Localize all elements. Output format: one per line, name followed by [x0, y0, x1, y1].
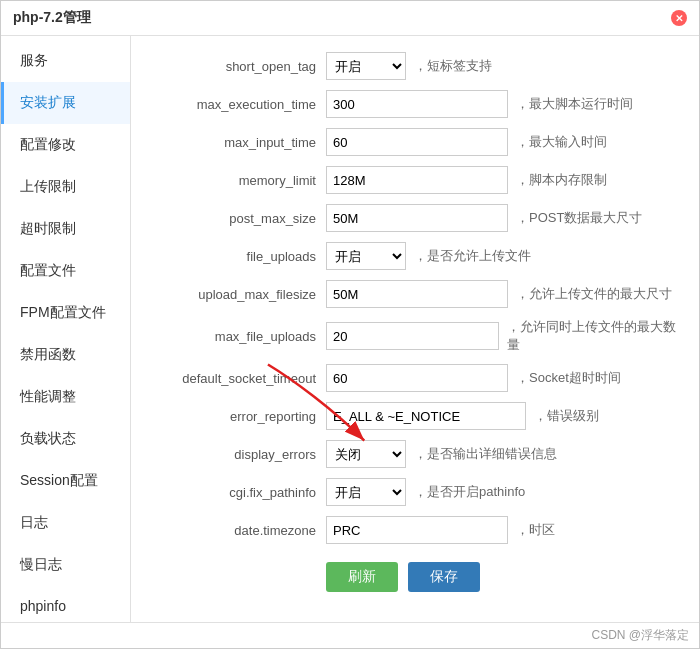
- form-label-upload_max_filesize: upload_max_filesize: [151, 287, 326, 302]
- sidebar-item-upload-limit[interactable]: 上传限制: [1, 166, 130, 208]
- sidebar-item-config-modify[interactable]: 配置修改: [1, 124, 130, 166]
- form-desc-date_timezone: ，时区: [516, 521, 555, 539]
- form-desc-max_execution_time: ，最大脚本运行时间: [516, 95, 633, 113]
- form-label-memory_limit: memory_limit: [151, 173, 326, 188]
- form-select-short_open_tag[interactable]: 开启关闭: [326, 52, 406, 80]
- form-row-post_max_size: post_max_size，POST数据最大尺寸: [151, 204, 679, 232]
- form-label-max_execution_time: max_execution_time: [151, 97, 326, 112]
- form-label-display_errors: display_errors: [151, 447, 326, 462]
- form-desc-upload_max_filesize: ，允许上传文件的最大尺寸: [516, 285, 672, 303]
- sidebar-item-log[interactable]: 日志: [1, 502, 130, 544]
- form-desc-max_input_time: ，最大输入时间: [516, 133, 607, 151]
- form-desc-short_open_tag: ，短标签支持: [414, 57, 492, 75]
- form-desc-error_reporting: ，错误级别: [534, 407, 599, 425]
- form-label-cgi_fix_pathinfo: cgi.fix_pathinfo: [151, 485, 326, 500]
- form-row-short_open_tag: short_open_tag开启关闭，短标签支持: [151, 52, 679, 80]
- form-label-short_open_tag: short_open_tag: [151, 59, 326, 74]
- footer: CSDN @浮华落定: [1, 622, 699, 648]
- sidebar-item-timeout-limit[interactable]: 超时限制: [1, 208, 130, 250]
- content-area: 服务安装扩展配置修改上传限制超时限制配置文件FPM配置文件禁用函数性能调整负载状…: [1, 36, 699, 622]
- sidebar-item-slow-log[interactable]: 慢日志: [1, 544, 130, 586]
- form-row-max_input_time: max_input_time，最大输入时间: [151, 128, 679, 156]
- form-desc-memory_limit: ，脚本内存限制: [516, 171, 607, 189]
- sidebar-item-disabled-func[interactable]: 禁用函数: [1, 334, 130, 376]
- form-row-default_socket_timeout: default_socket_timeout，Socket超时时间: [151, 364, 679, 392]
- form-label-max_file_uploads: max_file_uploads: [151, 329, 326, 344]
- form-row-max_execution_time: max_execution_time，最大脚本运行时间: [151, 90, 679, 118]
- form-input-memory_limit[interactable]: [326, 166, 508, 194]
- form-label-date_timezone: date.timezone: [151, 523, 326, 538]
- form-row-display_errors: display_errors开启关闭，是否输出详细错误信息: [151, 440, 679, 468]
- form-label-post_max_size: post_max_size: [151, 211, 326, 226]
- form-row-file_uploads: file_uploads开启关闭，是否允许上传文件: [151, 242, 679, 270]
- form-input-max_execution_time[interactable]: [326, 90, 508, 118]
- form-input-error_reporting[interactable]: [326, 402, 526, 430]
- form-label-default_socket_timeout: default_socket_timeout: [151, 371, 326, 386]
- sidebar-item-session-config[interactable]: Session配置: [1, 460, 130, 502]
- form-label-file_uploads: file_uploads: [151, 249, 326, 264]
- form-input-default_socket_timeout[interactable]: [326, 364, 508, 392]
- main-window: php-7.2管理 ✕ 服务安装扩展配置修改上传限制超时限制配置文件FPM配置文…: [0, 0, 700, 649]
- form-desc-max_file_uploads: ，允许同时上传文件的最大数量: [507, 318, 679, 354]
- form-desc-file_uploads: ，是否允许上传文件: [414, 247, 531, 265]
- form-row-error_reporting: error_reporting，错误级别: [151, 402, 679, 430]
- sidebar-item-service[interactable]: 服务: [1, 40, 130, 82]
- form-desc-cgi_fix_pathinfo: ，是否开启pathinfo: [414, 483, 525, 501]
- form-desc-default_socket_timeout: ，Socket超时时间: [516, 369, 621, 387]
- form-input-date_timezone[interactable]: [326, 516, 508, 544]
- sidebar-item-fpm-config[interactable]: FPM配置文件: [1, 292, 130, 334]
- form-desc-post_max_size: ，POST数据最大尺寸: [516, 209, 642, 227]
- form-row-cgi_fix_pathinfo: cgi.fix_pathinfo开启关闭，是否开启pathinfo: [151, 478, 679, 506]
- refresh-button[interactable]: 刷新: [326, 562, 398, 592]
- form-row-memory_limit: memory_limit，脚本内存限制: [151, 166, 679, 194]
- form-input-max_file_uploads[interactable]: [326, 322, 499, 350]
- sidebar: 服务安装扩展配置修改上传限制超时限制配置文件FPM配置文件禁用函数性能调整负载状…: [1, 36, 131, 622]
- form-select-file_uploads[interactable]: 开启关闭: [326, 242, 406, 270]
- button-group: 刷新 保存: [326, 562, 679, 592]
- sidebar-item-install-ext[interactable]: 安装扩展: [1, 82, 130, 124]
- form-input-max_input_time[interactable]: [326, 128, 508, 156]
- window-title: php-7.2管理: [13, 9, 91, 27]
- form-select-display_errors[interactable]: 开启关闭: [326, 440, 406, 468]
- sidebar-item-config-file[interactable]: 配置文件: [1, 250, 130, 292]
- form-label-error_reporting: error_reporting: [151, 409, 326, 424]
- form-row-max_file_uploads: max_file_uploads，允许同时上传文件的最大数量: [151, 318, 679, 354]
- form-input-upload_max_filesize[interactable]: [326, 280, 508, 308]
- form-label-max_input_time: max_input_time: [151, 135, 326, 150]
- save-button[interactable]: 保存: [408, 562, 480, 592]
- form-row-date_timezone: date.timezone，时区: [151, 516, 679, 544]
- sidebar-item-perf-tune[interactable]: 性能调整: [1, 376, 130, 418]
- form-row-upload_max_filesize: upload_max_filesize，允许上传文件的最大尺寸: [151, 280, 679, 308]
- form-desc-display_errors: ，是否输出详细错误信息: [414, 445, 557, 463]
- sidebar-item-load-status[interactable]: 负载状态: [1, 418, 130, 460]
- title-bar: php-7.2管理 ✕: [1, 1, 699, 36]
- close-button[interactable]: ✕: [671, 10, 687, 26]
- form-select-cgi_fix_pathinfo[interactable]: 开启关闭: [326, 478, 406, 506]
- footer-text: CSDN @浮华落定: [591, 628, 689, 642]
- form-input-post_max_size[interactable]: [326, 204, 508, 232]
- main-content: short_open_tag开启关闭，短标签支持max_execution_ti…: [131, 36, 699, 622]
- sidebar-item-phpinfo[interactable]: phpinfo: [1, 586, 130, 622]
